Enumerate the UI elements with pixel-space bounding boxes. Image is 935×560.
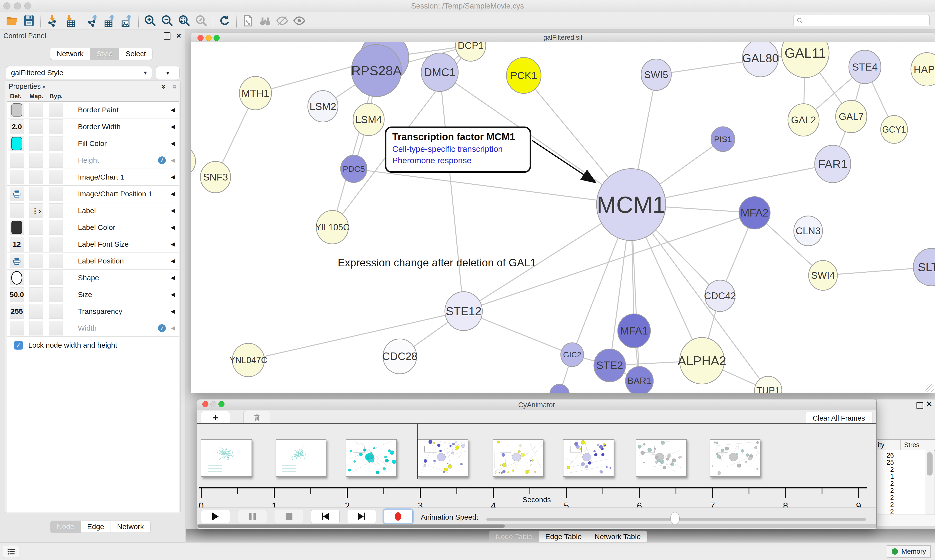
expand-row-icon[interactable]: ◀ <box>171 191 175 197</box>
network-node-SLT2[interactable]: SLT2 <box>913 248 935 286</box>
search-input[interactable] <box>793 15 930 26</box>
next-frame-button[interactable] <box>347 510 376 523</box>
close-panel-icon[interactable]: × <box>926 398 932 409</box>
expand-all-icon[interactable]: » <box>159 85 169 89</box>
expand-row-icon[interactable]: ◀ <box>171 325 175 331</box>
network-node-SNF3[interactable]: SNF3 <box>201 162 231 193</box>
expand-row-icon[interactable]: ◀ <box>171 123 175 130</box>
property-row-height[interactable]: Heighti◀ <box>7 152 179 169</box>
export-network-icon[interactable] <box>86 14 100 28</box>
network-node-GAL7[interactable]: GAL7 <box>836 100 867 132</box>
network-node-STE2[interactable]: STE2 <box>594 349 625 382</box>
network-node-BAR1[interactable]: BAR1 <box>625 366 653 393</box>
network-node-GAL80[interactable]: GAL80 <box>742 42 778 77</box>
property-row-label-position[interactable]: Label Position◀ <box>7 253 179 269</box>
show-panels-button[interactable] <box>3 546 19 558</box>
network-node-STE12[interactable]: STE12 <box>445 292 482 331</box>
network-node-FAR1[interactable]: FAR1 <box>815 145 851 183</box>
lock-node-size-row[interactable]: ✓Lock node width and height <box>7 337 179 354</box>
network-node-GCY1[interactable]: GCY1 <box>881 115 907 143</box>
expand-row-icon[interactable]: ◀ <box>171 140 175 147</box>
hide-details-icon[interactable] <box>275 14 289 28</box>
timeline-strip[interactable]: 0123456789 Seconds <box>197 424 876 508</box>
annotation-link[interactable]: Cell-type-specific transcription <box>392 144 524 154</box>
tab-node-table[interactable]: Node Table <box>489 531 538 543</box>
network-node-SWI4[interactable]: SWI4 <box>808 260 837 291</box>
info-icon[interactable]: i <box>158 157 166 164</box>
default-value-cell[interactable] <box>10 103 24 117</box>
delete-frame-button[interactable] <box>244 411 270 424</box>
default-value-cell[interactable] <box>10 186 24 201</box>
network-node-PDC5[interactable]: PDC5 <box>341 155 367 182</box>
network-node-GAL2[interactable]: GAL2 <box>788 104 819 136</box>
vertical-scrollbar[interactable] <box>925 450 934 514</box>
scrollbar-thumb[interactable] <box>197 525 505 528</box>
property-row-shape[interactable]: Shape◀ <box>7 269 179 286</box>
import-table-icon[interactable] <box>63 14 76 28</box>
default-value-cell[interactable]: 50.0 <box>10 287 24 302</box>
timeline-frame-4[interactable] <box>418 439 468 477</box>
network-node-LSM2[interactable]: LSM2 <box>308 91 338 122</box>
network-node-edgeL[interactable] <box>191 146 196 177</box>
info-icon[interactable]: i <box>158 324 166 332</box>
tab-style[interactable]: Style <box>90 48 119 60</box>
network-node-YIL105C[interactable]: YIL105C <box>315 211 349 244</box>
default-value-cell[interactable] <box>10 203 24 218</box>
network-node-MCM1[interactable]: MCM1 <box>597 169 666 240</box>
network-node-CDC42[interactable]: CDC42 <box>704 280 736 312</box>
network-node-HAP2[interactable]: HAP2 <box>911 52 935 86</box>
network-canvas[interactable]: MCM1DCP1RPS28ADMC1PCK1SWI5GAL80GAL11STE4… <box>191 42 935 393</box>
tab-edge-table[interactable]: Edge Table <box>538 531 588 543</box>
property-row-image-chart-position-1[interactable]: Image/Chart Position 1◀ <box>7 186 179 202</box>
search-field[interactable] <box>803 17 926 25</box>
collapse-all-icon[interactable]: » <box>169 85 179 89</box>
lock-checkbox[interactable]: ✓ <box>14 341 23 349</box>
timeline-frame-8[interactable] <box>710 439 761 477</box>
network-node-YNL047C[interactable]: YNL047C <box>229 343 267 377</box>
scrollbar-thumb[interactable] <box>927 452 933 475</box>
cyanimator-titlebar[interactable]: CyAnimator <box>197 400 876 411</box>
export-image-icon[interactable] <box>120 14 134 28</box>
network-node-PCK1[interactable]: PCK1 <box>506 57 541 94</box>
default-value-cell[interactable] <box>10 220 24 235</box>
previous-frame-button[interactable] <box>311 510 339 523</box>
property-row-label-color[interactable]: Label Color◀ <box>7 219 179 236</box>
clear-all-frames-button[interactable]: Clear All Frames <box>805 412 872 425</box>
property-row-border-paint[interactable]: Border Paint◀ <box>7 102 179 118</box>
resize-grip[interactable] <box>926 384 934 392</box>
timeline-playhead[interactable] <box>417 424 418 479</box>
default-value-cell[interactable] <box>10 254 24 268</box>
property-row-image-chart-1[interactable]: Image/Chart 1◀ <box>7 169 179 186</box>
expand-row-icon[interactable]: ◀ <box>171 241 175 248</box>
network-node-RPS28A[interactable]: RPS28A <box>351 45 401 97</box>
find-icon[interactable] <box>258 14 272 28</box>
default-value-cell[interactable] <box>10 271 24 285</box>
tab-network[interactable]: Network <box>50 48 90 60</box>
network-node-MFA1[interactable]: MFA1 <box>618 314 650 348</box>
tab-network-table[interactable]: Network Table <box>588 531 647 543</box>
property-row-transparency[interactable]: 255Transparency◀ <box>7 303 179 320</box>
record-button[interactable] <box>384 510 412 523</box>
pause-button[interactable] <box>238 510 267 523</box>
network-window-titlebar[interactable]: galFiltered.sif <box>191 33 935 42</box>
network-node-MFA2[interactable]: MFA2 <box>739 197 770 229</box>
style-selector[interactable]: galFiltered Style ▾ <box>6 66 152 79</box>
network-node-CDC28[interactable]: CDC28 <box>382 339 417 374</box>
property-row-label-font-size[interactable]: 12Label Font Size◀ <box>7 236 179 253</box>
tab-node[interactable]: Node <box>50 521 80 532</box>
save-session-icon[interactable] <box>22 14 36 28</box>
zoom-in-icon[interactable] <box>143 14 157 28</box>
network-node-GAL11[interactable]: GAL11 <box>781 42 829 78</box>
network-node-TUP1[interactable]: TUP1 <box>754 376 782 393</box>
property-row-size[interactable]: 50.0Size◀ <box>7 286 179 303</box>
column-centrality[interactable]: ity <box>878 441 884 449</box>
expand-row-icon[interactable]: ◀ <box>171 107 175 113</box>
timeline-frame-1[interactable] <box>201 439 252 477</box>
timeline-frame-3[interactable] <box>346 439 397 477</box>
expand-row-icon[interactable]: ◀ <box>171 208 175 214</box>
property-row-width[interactable]: Widthi◀ <box>7 320 179 337</box>
show-details-icon[interactable] <box>292 14 306 28</box>
expand-row-icon[interactable]: ◀ <box>171 174 175 180</box>
annotation-box[interactable]: Transcription factor MCM1 Cell-type-spec… <box>385 126 531 173</box>
slider-thumb[interactable] <box>670 512 680 524</box>
